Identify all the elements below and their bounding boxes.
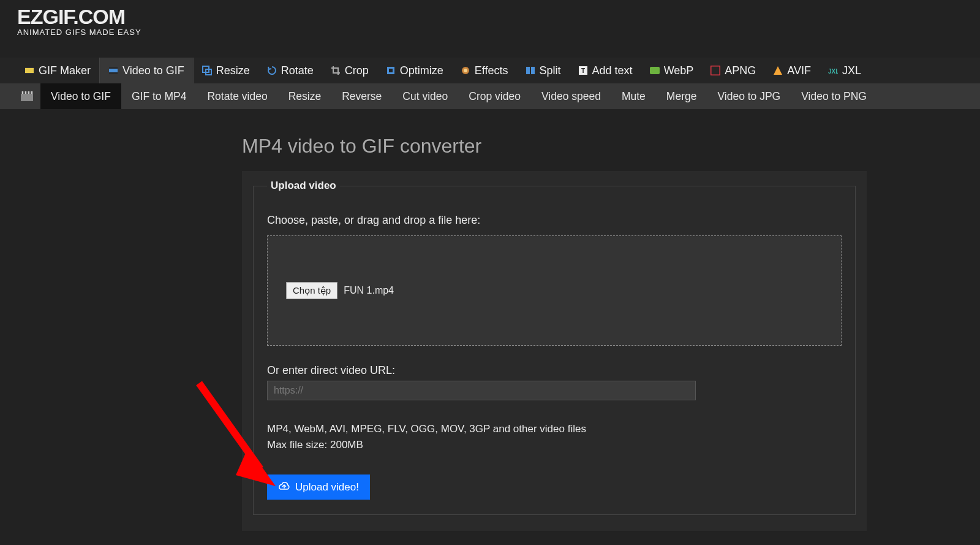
nav-primary-item[interactable]: GIF Maker bbox=[16, 58, 99, 83]
max-size: Max file size: 200MB bbox=[267, 437, 842, 453]
nav-secondary-item[interactable]: Rotate video bbox=[197, 83, 277, 109]
supported-formats: MP4, WebM, AVI, MPEG, FLV, OGG, MOV, 3GP… bbox=[267, 421, 842, 437]
svg-rect-1 bbox=[25, 67, 34, 68]
nav-primary-item[interactable]: WebP bbox=[641, 58, 703, 83]
nav-primary-item[interactable]: Video to GIF bbox=[99, 58, 194, 83]
nav-primary-label: Split bbox=[540, 64, 561, 77]
logo-main[interactable]: EZGIF.COM bbox=[17, 5, 980, 29]
svg-rect-13 bbox=[531, 67, 535, 74]
selected-file-name: FUN 1.mp4 bbox=[344, 285, 394, 296]
svg-rect-12 bbox=[526, 67, 530, 74]
nav-secondary-item[interactable]: Video to GIF bbox=[40, 83, 121, 109]
nav-secondary-item[interactable]: Reverse bbox=[331, 83, 392, 109]
nav-primary-label: APNG bbox=[725, 64, 756, 77]
nav-primary-label: Crop bbox=[345, 64, 369, 77]
nav-primary-item[interactable]: Effects bbox=[452, 58, 517, 83]
logo-tagline: ANIMATED GIFS MADE EASY bbox=[17, 28, 980, 37]
upload-panel: Upload video Choose, paste, or drag and … bbox=[242, 171, 867, 531]
svg-rect-9 bbox=[389, 69, 393, 72]
crop-grey-icon bbox=[331, 66, 341, 75]
nav-primary-item[interactable]: Optimize bbox=[377, 58, 452, 83]
split-blue-icon bbox=[526, 66, 535, 75]
primary-nav: GIF MakerVideo to GIFResizeRotateCropOpt… bbox=[0, 58, 980, 83]
nav-primary-label: AVIF bbox=[787, 64, 811, 77]
wand-icon bbox=[461, 66, 470, 75]
nav-primary-label: Optimize bbox=[400, 64, 443, 77]
film-yellow-icon bbox=[24, 66, 34, 75]
nav-primary-item[interactable]: Crop bbox=[322, 58, 377, 83]
svg-rect-16 bbox=[650, 67, 660, 74]
svg-text:JXL: JXL bbox=[828, 68, 838, 75]
nav-primary-label: Effects bbox=[475, 64, 508, 77]
avif-orange-icon bbox=[773, 66, 783, 75]
secondary-nav: Video to GIFGIF to MP4Rotate videoResize… bbox=[0, 83, 980, 109]
upload-legend: Upload video bbox=[267, 180, 340, 192]
svg-rect-4 bbox=[109, 67, 118, 69]
site-header: EZGIF.COM ANIMATED GIFS MADE EASY bbox=[0, 0, 980, 37]
rotate-blue-icon bbox=[267, 66, 277, 75]
svg-rect-17 bbox=[710, 66, 720, 75]
resize-blue-icon bbox=[202, 66, 212, 75]
upload-fieldset: Upload video Choose, paste, or drag and … bbox=[253, 180, 856, 515]
svg-point-11 bbox=[464, 69, 467, 72]
url-input[interactable] bbox=[267, 381, 696, 400]
svg-rect-19 bbox=[21, 94, 33, 101]
file-dropzone[interactable]: Chọn tệp FUN 1.mp4 bbox=[267, 235, 842, 346]
clapboard-icon bbox=[21, 91, 33, 101]
svg-rect-24 bbox=[31, 91, 32, 94]
page-title: MP4 video to GIF converter bbox=[242, 135, 867, 158]
nav-secondary-item[interactable]: Cut video bbox=[392, 83, 458, 109]
nav-primary-label: Rotate bbox=[281, 64, 314, 77]
nav-primary-label: GIF Maker bbox=[39, 64, 91, 77]
nav-secondary-item[interactable]: Video speed bbox=[531, 83, 611, 109]
upload-button-label: Upload video! bbox=[295, 481, 359, 494]
webp-green-icon bbox=[650, 66, 660, 75]
svg-rect-23 bbox=[28, 91, 29, 94]
cloud-upload-icon bbox=[278, 481, 290, 494]
nav-primary-label: Video to GIF bbox=[123, 64, 184, 77]
svg-text:T: T bbox=[581, 67, 585, 74]
svg-rect-2 bbox=[25, 73, 34, 74]
nav-secondary-item[interactable]: GIF to MP4 bbox=[121, 83, 197, 109]
nav-secondary-item[interactable]: Crop video bbox=[458, 83, 531, 109]
nav-primary-label: WebP bbox=[664, 64, 694, 77]
choose-instruction: Choose, paste, or drag and drop a file h… bbox=[267, 214, 842, 227]
nav-secondary-item[interactable]: Merge bbox=[656, 83, 707, 109]
formats-hint: MP4, WebM, AVI, MPEG, FLV, OGG, MOV, 3GP… bbox=[267, 421, 842, 452]
nav-primary-item[interactable]: JXLJXL bbox=[820, 58, 870, 83]
nav-primary-label: Add text bbox=[592, 64, 633, 77]
opt-blue-icon bbox=[386, 66, 396, 75]
svg-rect-22 bbox=[25, 91, 26, 94]
nav-secondary-item[interactable]: Video to JPG bbox=[707, 83, 791, 109]
nav-primary-item[interactable]: Split bbox=[517, 58, 570, 83]
nav-primary-label: JXL bbox=[842, 64, 861, 77]
upload-button[interactable]: Upload video! bbox=[267, 474, 370, 500]
nav-primary-item[interactable]: Rotate bbox=[258, 58, 322, 83]
strip-blue-icon bbox=[108, 66, 118, 75]
svg-rect-21 bbox=[22, 91, 23, 94]
text-white-icon: T bbox=[578, 66, 588, 75]
nav-secondary-item[interactable]: Video to PNG bbox=[791, 83, 877, 109]
jxl-teal-icon: JXL bbox=[828, 66, 838, 75]
main-content: MP4 video to GIF converter Upload video … bbox=[242, 109, 867, 531]
nav-primary-label: Resize bbox=[216, 64, 250, 77]
nav-secondary-item[interactable]: Mute bbox=[611, 83, 656, 109]
apng-red-icon bbox=[710, 66, 720, 75]
nav-primary-item[interactable]: Resize bbox=[194, 58, 258, 83]
url-label: Or enter direct video URL: bbox=[267, 364, 842, 377]
choose-file-button[interactable]: Chọn tệp bbox=[286, 282, 337, 299]
nav-secondary-item[interactable]: Resize bbox=[278, 83, 332, 109]
svg-rect-5 bbox=[109, 72, 118, 74]
nav-primary-item[interactable]: APNG bbox=[702, 58, 764, 83]
nav-primary-item[interactable]: TAdd text bbox=[570, 58, 641, 83]
nav-primary-item[interactable]: AVIF bbox=[764, 58, 820, 83]
